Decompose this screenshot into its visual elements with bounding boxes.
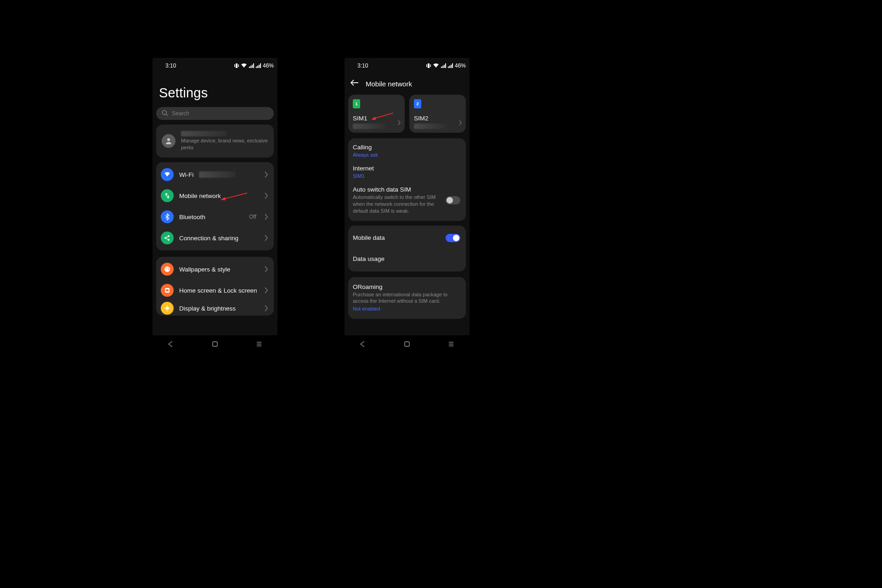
svg-line-20 xyxy=(166,238,168,239)
nav-recents-icon[interactable] xyxy=(255,340,263,348)
svg-rect-8 xyxy=(257,66,258,68)
back-arrow-icon[interactable] xyxy=(350,79,359,88)
row-label: Wallpapers & style xyxy=(179,266,230,273)
row-value: Always ask xyxy=(353,152,460,158)
svg-rect-39 xyxy=(441,67,442,68)
nav-back-icon[interactable] xyxy=(167,340,175,348)
signal-icon xyxy=(256,63,261,68)
settings-item-wifi[interactable]: Wi-Fi xyxy=(156,164,274,185)
setting-internet[interactable]: Internet SIM1 xyxy=(348,164,466,186)
row-status: Not enabled xyxy=(353,305,460,312)
signal-icon xyxy=(441,63,446,68)
title-bar: Mobile network xyxy=(345,74,469,95)
chevron-right-icon xyxy=(459,119,462,127)
settings-item-connection-sharing[interactable]: Connection & sharing xyxy=(156,227,274,249)
page-title: Settings xyxy=(153,74,277,107)
svg-point-22 xyxy=(166,268,167,269)
settings-item-mobile-network[interactable]: Mobile network xyxy=(156,185,274,206)
chevron-right-icon xyxy=(265,171,268,178)
wifi-icon xyxy=(161,168,174,181)
annotation-arrow xyxy=(220,192,248,201)
sim-cards: 1 SIM1 2 SIM2 xyxy=(348,95,466,133)
svg-rect-1 xyxy=(234,64,235,67)
setting-data-usage[interactable]: Data usage xyxy=(348,249,466,270)
bluetooth-icon xyxy=(161,210,174,223)
svg-rect-10 xyxy=(260,63,261,68)
search-placeholder: Search xyxy=(172,110,189,117)
search-input[interactable]: Search xyxy=(156,107,274,120)
sim-defaults-card: Calling Always ask Internet SIM1 Auto sw… xyxy=(348,138,466,221)
svg-marker-15 xyxy=(220,197,226,200)
svg-rect-9 xyxy=(259,65,260,68)
settings-item-bluetooth[interactable]: Bluetooth Off xyxy=(156,206,274,227)
row-desc: Automatically switch to the other SIM wh… xyxy=(353,194,440,215)
svg-rect-46 xyxy=(452,63,453,68)
row-label: Display & brightness xyxy=(179,305,236,312)
sim1-name: SIM1 xyxy=(353,115,400,122)
sim1-badge-icon: 1 xyxy=(353,99,360,108)
row-label: Mobile data xyxy=(353,234,385,241)
wifi-ssid-redacted xyxy=(199,171,236,178)
profile-card[interactable]: Manage device, brand news, exclusive per… xyxy=(156,124,274,158)
sim1-carrier-redacted xyxy=(353,124,386,129)
svg-rect-26 xyxy=(166,289,169,291)
toggle-mobile-data[interactable] xyxy=(446,234,460,242)
sim-card-1[interactable]: 1 SIM1 xyxy=(348,95,405,133)
page-title: Mobile network xyxy=(366,80,412,88)
nav-home-icon[interactable] xyxy=(403,340,411,348)
nav-recents-icon[interactable] xyxy=(447,340,455,348)
toggle-auto-switch[interactable] xyxy=(446,196,460,204)
nav-bar xyxy=(345,335,469,353)
row-desc: Purchase an international data package t… xyxy=(353,291,460,305)
setting-calling[interactable]: Calling Always ask xyxy=(348,140,466,164)
settings-item-display[interactable]: Display & brightness xyxy=(156,301,274,316)
settings-item-wallpapers[interactable]: Wallpapers & style xyxy=(156,259,274,280)
chevron-right-icon xyxy=(265,235,268,241)
svg-rect-6 xyxy=(253,63,254,68)
status-bar: 3:10 46% xyxy=(345,58,469,74)
svg-rect-45 xyxy=(451,65,452,68)
oroaming-card: ORoaming Purchase an international data … xyxy=(348,277,466,319)
svg-point-21 xyxy=(164,266,170,272)
profile-name-redacted xyxy=(181,131,227,136)
personalization-card: Wallpapers & style Home screen & Lock sc… xyxy=(156,257,274,316)
nav-home-icon[interactable] xyxy=(211,340,219,348)
settings-item-home-lock[interactable]: Home screen & Lock screen xyxy=(156,280,274,301)
setting-auto-switch-sim[interactable]: Auto switch data SIM Automatically switc… xyxy=(348,186,466,219)
svg-rect-40 xyxy=(442,66,443,68)
status-bar: 3:10 46% xyxy=(153,58,277,74)
svg-line-19 xyxy=(166,237,168,237)
svg-point-27 xyxy=(166,307,169,310)
status-time: 3:10 xyxy=(357,62,368,69)
svg-rect-2 xyxy=(238,64,239,67)
row-label: Auto switch data SIM xyxy=(353,186,440,193)
svg-rect-0 xyxy=(236,63,237,68)
sim2-name: SIM2 xyxy=(414,115,461,122)
nav-bar xyxy=(153,335,277,353)
row-label: Calling xyxy=(353,144,460,151)
mobile-data-card: Mobile data Data usage xyxy=(348,226,466,271)
setting-mobile-data[interactable]: Mobile data xyxy=(348,227,466,249)
svg-rect-37 xyxy=(426,64,427,67)
sim2-badge-icon: 2 xyxy=(414,99,421,108)
sim-card-2[interactable]: 2 SIM2 xyxy=(409,95,466,133)
brightness-icon xyxy=(161,302,174,315)
share-icon xyxy=(161,232,174,244)
avatar xyxy=(162,134,175,148)
chevron-right-icon xyxy=(265,192,268,199)
vibrate-icon xyxy=(234,63,239,68)
svg-rect-4 xyxy=(250,66,251,68)
row-label: ORoaming xyxy=(353,283,460,290)
nav-back-icon[interactable] xyxy=(359,340,367,348)
row-label: Connection & sharing xyxy=(179,235,238,242)
svg-rect-38 xyxy=(430,64,431,67)
row-label: Mobile network xyxy=(179,192,221,199)
chevron-right-icon xyxy=(265,287,268,294)
search-icon xyxy=(162,110,168,118)
setting-oroaming[interactable]: ORoaming Purchase an international data … xyxy=(348,279,466,317)
chevron-right-icon xyxy=(265,214,268,220)
svg-rect-43 xyxy=(448,67,449,68)
connectivity-card: Wi-Fi Mobile network Bluetooth Off xyxy=(156,162,274,250)
vibrate-icon xyxy=(426,63,431,68)
svg-point-11 xyxy=(163,110,167,114)
